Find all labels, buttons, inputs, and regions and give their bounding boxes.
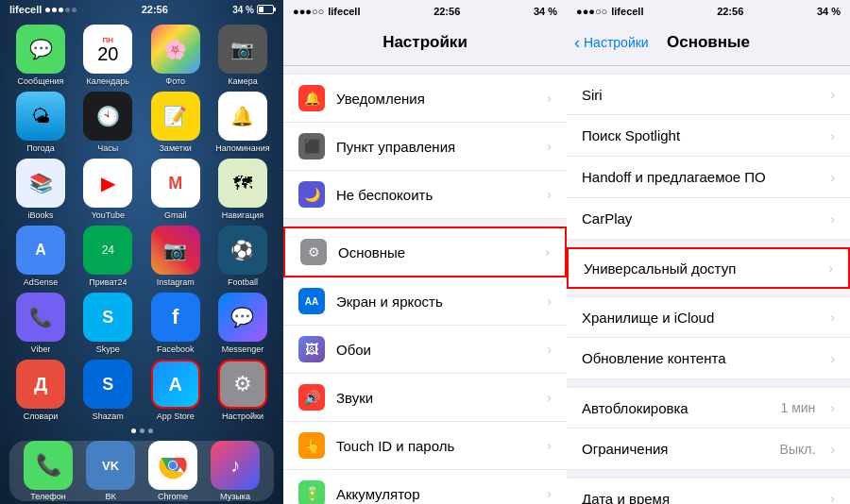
handoff-label: Handoff и предлагаемое ПО: [582, 169, 819, 185]
wallpaper-label: Обои: [336, 342, 536, 358]
page-dot-2: [140, 428, 144, 433]
general-label: Основные: [338, 244, 534, 260]
home-screen: lifecell 22:56 34 % 💬 Сообщения: [0, 0, 283, 504]
battery-chevron: ›: [547, 486, 552, 501]
app-camera-label: Камера: [228, 76, 257, 86]
general-screen: ●●●○○ lifecell 22:56 34 % ‹ Настройки Ос…: [567, 0, 850, 504]
app-maps-icon: 🗺: [218, 159, 267, 208]
app-calendar[interactable]: ПН 20 Календарь: [78, 25, 137, 86]
display-chevron: ›: [547, 294, 552, 309]
app-notes[interactable]: 📝 Заметки: [146, 92, 205, 153]
settings-row-sounds[interactable]: 🔊 Звуки ›: [283, 374, 567, 422]
app-privat[interactable]: 24 Приват24: [78, 226, 137, 287]
settings-group-2: ⚙ Основные › AA Экран и яркость › 🖼 Обои…: [283, 227, 567, 504]
settings-row-battery[interactable]: 🔋 Аккумулятор ›: [283, 470, 567, 504]
settings-title: Настройки: [382, 33, 468, 52]
settings-row-general[interactable]: ⚙ Основные ›: [283, 227, 567, 277]
app-appstore[interactable]: A App Store: [146, 360, 205, 421]
app-facebook[interactable]: f Facebook: [146, 293, 205, 354]
app-weather[interactable]: 🌤 Погода: [11, 92, 70, 153]
dock-music[interactable]: ♪ Музыка: [211, 441, 260, 501]
general-row-spotlight[interactable]: Поиск Spotlight ›: [567, 115, 850, 157]
app-maps[interactable]: 🗺 Навигация: [213, 159, 272, 220]
app-notes-label: Заметки: [159, 143, 191, 153]
settings-list: 🔔 Уведомления › ⬛ Пункт управления › 🌙 Н…: [283, 66, 567, 504]
page-dot-1: [131, 428, 136, 433]
app-messages-label: Сообщения: [18, 76, 64, 86]
app-photos-icon: 🌸: [151, 25, 200, 74]
dock-music-label: Музыка: [220, 492, 250, 501]
general-row-carplay[interactable]: CarPlay ›: [567, 198, 850, 240]
display-label: Экран и яркость: [336, 294, 536, 310]
app-instagram-label: Instagram: [157, 277, 195, 287]
notifications-label: Уведомления: [336, 91, 536, 107]
dock-chrome-label: Chrome: [158, 492, 188, 501]
general-row-autolock[interactable]: Автоблокировка 1 мин ›: [567, 387, 850, 428]
app-adsense[interactable]: A AdSense: [11, 226, 70, 287]
dock-vk[interactable]: VK ВК: [86, 441, 135, 501]
signal-dot-4: [65, 8, 70, 12]
general-row-datetime[interactable]: Дата и время ›: [567, 478, 850, 504]
dock-music-icon: ♪: [211, 441, 260, 490]
app-football[interactable]: ⚽ Football: [213, 226, 272, 287]
settings-header: Настройки: [283, 21, 567, 66]
app-skype[interactable]: S Skype: [78, 293, 137, 354]
signal-dot-2: [52, 8, 57, 12]
general-group-4: Автоблокировка 1 мин › Ограничения Выкл.…: [567, 387, 850, 470]
general-group-2: Универсальный доступ ›: [567, 247, 850, 289]
general-row-storage[interactable]: Хранилище и iCloud ›: [567, 296, 850, 338]
general-group-3: Хранилище и iCloud › Обновление контента…: [567, 296, 850, 379]
app-shazam[interactable]: S Shazam: [78, 360, 137, 421]
general-row-accessibility[interactable]: Универсальный доступ ›: [567, 247, 850, 289]
app-maps-label: Навигация: [222, 210, 264, 220]
general-row-restrictions[interactable]: Ограничения Выкл. ›: [567, 428, 850, 470]
app-ibooks[interactable]: 📚 iBooks: [11, 159, 70, 220]
app-calendar-icon: ПН 20: [83, 25, 132, 74]
dock-vk-icon: VK: [86, 441, 135, 490]
sounds-label: Звуки: [336, 390, 536, 406]
app-slovari[interactable]: Д Словари: [11, 360, 70, 421]
app-messages[interactable]: 💬 Сообщения: [11, 25, 70, 86]
status-carrier: lifecell: [9, 4, 76, 15]
app-youtube[interactable]: ▶ YouTube: [78, 159, 137, 220]
settings-row-notifications[interactable]: 🔔 Уведомления ›: [283, 74, 567, 123]
app-reminders[interactable]: 🔔 Напоминания: [213, 92, 272, 153]
app-reminders-icon: 🔔: [218, 92, 267, 141]
app-photos[interactable]: 🌸 Фото: [146, 25, 205, 86]
settings-row-dnd[interactable]: 🌙 Не беспокоить ›: [283, 171, 567, 219]
general-row-siri[interactable]: Siri ›: [567, 74, 850, 115]
control-label: Пункт управления: [336, 139, 536, 155]
page-dot-3: [148, 428, 153, 433]
app-instagram[interactable]: 📷 Instagram: [146, 226, 205, 287]
app-gmail-icon: M: [151, 159, 200, 208]
app-messenger[interactable]: 💬 Messenger: [213, 293, 272, 354]
settings-row-display[interactable]: AA Экран и яркость ›: [283, 277, 567, 326]
app-calendar-label: Календарь: [87, 76, 129, 86]
settings-group-1: 🔔 Уведомления › ⬛ Пункт управления › 🌙 Н…: [283, 74, 567, 219]
app-viber[interactable]: 📞 Viber: [11, 293, 70, 354]
dock-chrome[interactable]: Chrome: [148, 441, 197, 501]
general-row-handoff[interactable]: Handoff и предлагаемое ПО ›: [567, 157, 850, 198]
settings-row-control[interactable]: ⬛ Пункт управления ›: [283, 123, 567, 171]
general-row-bgrefresh[interactable]: Обновление контента ›: [567, 338, 850, 379]
status-right: 34 %: [232, 5, 274, 15]
dock-phone[interactable]: 📞 Телефон: [24, 441, 73, 501]
control-icon: ⬛: [298, 133, 325, 160]
app-settings-home[interactable]: ⚙ Настройки: [213, 360, 272, 421]
settings-row-touchid[interactable]: 👆 Touch ID и пароль ›: [283, 422, 567, 470]
app-gmail[interactable]: M Gmail: [146, 159, 205, 220]
app-clock-icon: 🕙: [83, 92, 132, 141]
back-button[interactable]: ‹ Настройки: [574, 34, 649, 51]
app-messenger-icon: 💬: [218, 293, 267, 342]
back-chevron-icon: ‹: [574, 34, 580, 51]
touchid-icon: 👆: [298, 432, 325, 459]
app-camera[interactable]: 📷 Камера: [213, 25, 272, 86]
app-skype-label: Skype: [96, 344, 120, 354]
app-clock[interactable]: 🕙 Часы: [78, 92, 137, 153]
app-privat-icon: 24: [83, 226, 132, 275]
carrier-name: lifecell: [9, 4, 42, 15]
settings-row-wallpaper[interactable]: 🖼 Обои ›: [283, 326, 567, 374]
app-instagram-icon: 📷: [151, 226, 200, 275]
spotlight-label: Поиск Spotlight: [582, 127, 819, 143]
app-appstore-icon: A: [151, 360, 200, 409]
